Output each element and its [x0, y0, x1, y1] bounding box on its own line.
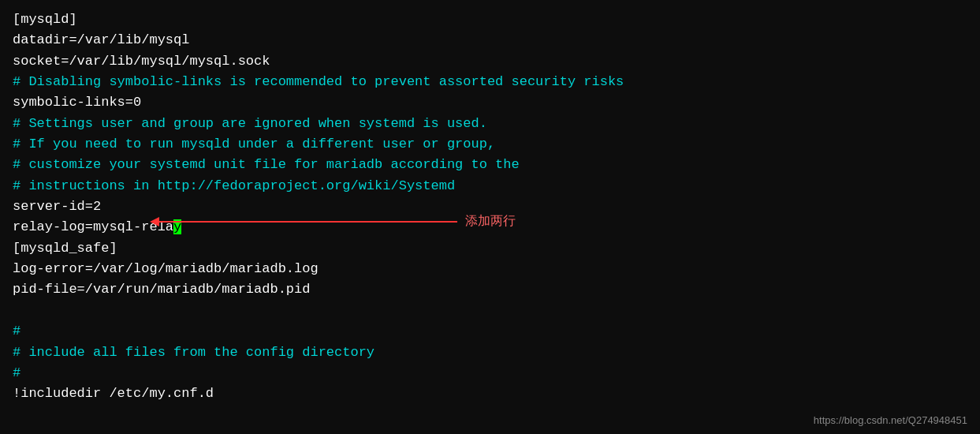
code-line-2: datadir=/var/lib/mysql [13, 30, 967, 51]
code-line-1: [mysqld] [13, 9, 967, 30]
annotation-text: 添加两行 [465, 213, 516, 230]
code-line-6: # Settings user and group are ignored wh… [13, 114, 967, 134]
code-line-7: # If you need to run mysqld under a diff… [13, 134, 967, 155]
code-line-12: [mysqld_safe] [13, 238, 967, 259]
code-line-16: # [13, 321, 967, 342]
footer-url: https://blog.csdn.net/Q274948451 [814, 414, 967, 426]
code-line-9: # instructions in http://fedoraproject.o… [13, 176, 967, 196]
code-line-13: log-error=/var/log/mariadb/mariadb.log [13, 259, 967, 279]
code-line-19: !includedir /etc/my.cnf.d [13, 383, 967, 404]
code-line-15 [13, 301, 967, 321]
code-line-3: socket=/var/lib/mysql/mysql.sock [13, 51, 967, 72]
code-line-4: # Disabling symbolic-links is recommende… [13, 72, 967, 92]
arrow-line [158, 221, 457, 223]
code-line-18: # [13, 363, 967, 383]
arrow-annotation: 添加两行 [158, 213, 516, 230]
code-block: [mysqld] datadir=/var/lib/mysql socket=/… [0, 0, 980, 414]
code-line-5: symbolic-links=0 [13, 92, 967, 113]
code-line-8: # customize your systemd unit file for m… [13, 155, 967, 175]
code-line-17: # include all files from the config dire… [13, 342, 967, 363]
code-line-14: pid-file=/var/run/mariadb/mariadb.pid [13, 279, 967, 300]
